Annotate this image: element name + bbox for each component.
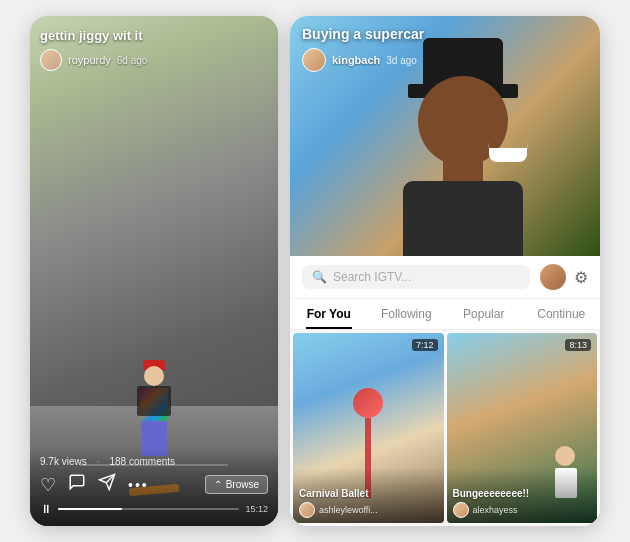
- face-body: [403, 181, 523, 256]
- video-top-overlay: Buying a supercar kingbach 3d ago: [290, 16, 600, 82]
- right-content: Buying a supercar kingbach 3d ago 🔍 Sear…: [290, 16, 600, 526]
- chevron-up-icon: ⌃: [214, 479, 222, 490]
- stats-row: 9.7k views · 188 comments: [40, 456, 268, 467]
- browse-label: Browse: [226, 479, 259, 490]
- video-thumb-left[interactable]: 7:12 Carnival Ballet ashleylewoffi...: [293, 333, 444, 523]
- thumb-duration-right: 8:13: [565, 339, 591, 351]
- tab-following-label: Following: [381, 307, 432, 321]
- username[interactable]: roypurdy: [68, 54, 111, 66]
- like-button[interactable]: ♡: [40, 474, 56, 496]
- right-phone: Buying a supercar kingbach 3d ago 🔍 Sear…: [290, 16, 600, 526]
- thumb-username-right: alexhayess: [473, 505, 518, 515]
- video-thumb-right[interactable]: 8:13 Bungeeeeeeee!! alexhayess: [447, 333, 598, 523]
- share-button[interactable]: [98, 473, 116, 496]
- views-stat: 9.7k views: [40, 456, 87, 467]
- thumb-avatar-right: [453, 502, 469, 518]
- video-grid: 7:12 Carnival Ballet ashleylewoffi...: [290, 330, 600, 526]
- face-teeth: [489, 148, 527, 162]
- search-input-area[interactable]: 🔍 Search IGTV...: [302, 265, 530, 289]
- person-right-head: [555, 446, 575, 466]
- tab-following[interactable]: Following: [368, 299, 446, 329]
- igtv-search-bar: 🔍 Search IGTV... ⚙: [290, 256, 600, 299]
- phones-container: gettin jiggy wit it roypurdy 6d ago 9.7k…: [30, 16, 600, 526]
- comments-stat: 188 comments: [109, 456, 175, 467]
- thumb-username-left: ashleylewoffi...: [319, 505, 378, 515]
- igtv-tabs: For You Following Popular Continue: [290, 299, 600, 330]
- igtv-video-title: Buying a supercar: [302, 26, 588, 42]
- search-right-icons: ⚙: [540, 264, 588, 290]
- video-bottom: 9.7k views · 188 comments ♡: [30, 448, 278, 526]
- left-video-bg: gettin jiggy wit it roypurdy 6d ago 9.7k…: [30, 16, 278, 526]
- tab-continue-label: Continue: [537, 307, 585, 321]
- progress-bar[interactable]: [58, 508, 239, 510]
- comment-button[interactable]: [68, 473, 86, 496]
- igtv-username[interactable]: kingbach: [332, 54, 380, 66]
- thumb-title-left: Carnival Ballet: [299, 488, 438, 499]
- thumb-title-right: Bungeeeeeeee!!: [453, 488, 592, 499]
- face-head: [418, 76, 508, 166]
- tab-for-you-label: For You: [307, 307, 351, 321]
- browse-button[interactable]: ⌃ Browse: [205, 475, 268, 494]
- actions-row: ♡ ••• ⌃ Browse: [40, 473, 268, 496]
- thumb-user-row-left: ashleylewoffi...: [299, 502, 438, 518]
- left-phone: gettin jiggy wit it roypurdy 6d ago 9.7k…: [30, 16, 278, 526]
- tab-continue[interactable]: Continue: [523, 299, 601, 329]
- user-row: roypurdy 6d ago: [40, 49, 268, 71]
- progress-row: ⏸ 15:12: [40, 502, 268, 516]
- search-input[interactable]: Search IGTV...: [333, 270, 411, 284]
- more-button[interactable]: •••: [128, 477, 149, 493]
- tab-popular[interactable]: Popular: [445, 299, 523, 329]
- skater-head: [144, 366, 164, 386]
- progress-fill: [58, 508, 122, 510]
- thumb-user-row-right: alexhayess: [453, 502, 592, 518]
- person-face: [373, 56, 553, 256]
- tab-popular-label: Popular: [463, 307, 504, 321]
- thumb-duration-left: 7:12: [412, 339, 438, 351]
- igtv-video-top: Buying a supercar kingbach 3d ago: [290, 16, 600, 256]
- thumb-bottom-right: Bungeeeeeeee!! alexhayess: [447, 468, 598, 523]
- igtv-avatar[interactable]: [302, 48, 326, 72]
- gear-icon[interactable]: ⚙: [574, 268, 588, 287]
- duration: 15:12: [245, 504, 268, 514]
- pause-button[interactable]: ⏸: [40, 502, 52, 516]
- skater-jacket: [137, 386, 171, 416]
- video-title: gettin jiggy wit it: [40, 28, 268, 43]
- search-icon: 🔍: [312, 270, 327, 284]
- igtv-time-ago: 3d ago: [386, 55, 417, 66]
- tab-for-you[interactable]: For You: [290, 299, 368, 329]
- thumb-bottom-left: Carnival Ballet ashleylewoffi...: [293, 468, 444, 523]
- thumb-avatar-left: [299, 502, 315, 518]
- avatar[interactable]: [40, 49, 62, 71]
- video-top-info: gettin jiggy wit it roypurdy 6d ago: [40, 28, 268, 71]
- carousel-top: [353, 388, 383, 418]
- time-ago: 6d ago: [117, 55, 148, 66]
- user-avatar[interactable]: [540, 264, 566, 290]
- igtv-user-row: kingbach 3d ago: [302, 48, 588, 72]
- separator: ·: [97, 456, 100, 467]
